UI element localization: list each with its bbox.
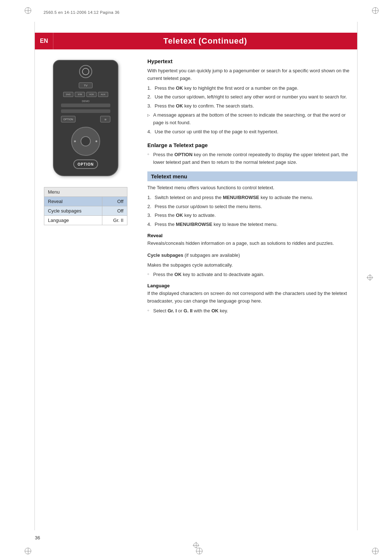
- page-title: Teletext (Continued): [53, 36, 357, 46]
- tv-label: TV: [84, 84, 87, 87]
- right-column: Hypertext With hypertext you can quickly…: [136, 56, 357, 526]
- slider-row-2: [61, 109, 110, 113]
- teletext-menu-steps: 1. Switch teletext on and press the MENU…: [147, 194, 357, 228]
- border-right: [357, 22, 358, 530]
- menu-reveal-label: Reveal: [44, 197, 102, 206]
- reveal-text: Reveals/conceals hidden information on a…: [147, 240, 357, 247]
- menu-reveal-value: Off: [102, 197, 127, 206]
- stb-button: STB: [75, 92, 85, 97]
- list-item: Press the OPTION key on the remote contr…: [147, 151, 357, 166]
- aux-button: AUX: [98, 92, 108, 97]
- menu-language-value: Gr. II: [102, 216, 127, 225]
- teletext-menu-table: Menu Reveal Off Cycle subpages Off Langu…: [44, 187, 127, 225]
- option-row: OPTION ⊞: [61, 116, 110, 122]
- menu-cycle-label: Cycle subpages: [44, 206, 102, 216]
- vcr-button: VCR: [86, 92, 97, 97]
- list-item: 4. Press the MENU/BROWSE key to leave th…: [147, 221, 357, 228]
- cycle-subpages-title: Cycle subpages (if subpages are availabl…: [147, 252, 357, 259]
- hypertext-steps: 1. Press the OK key to highlight the fir…: [147, 85, 357, 136]
- menu-language-label: Language: [44, 216, 102, 225]
- option-circle-button: OPTION: [73, 159, 98, 169]
- meta-line: 2560.5 en 14-11-2006 14:12 Pagina 36: [44, 10, 119, 15]
- hypertext-title: Hypertext: [147, 58, 357, 64]
- enlarge-list: Press the OPTION key on the remote contr…: [147, 151, 357, 166]
- list-item: 3. Press the OK key to confirm. The sear…: [147, 102, 357, 110]
- list-item: ▷ A message appears at the bottom of the…: [147, 112, 357, 127]
- list-item: Press the OK key to activate and to deac…: [147, 271, 357, 279]
- dvd-button: DVD: [63, 92, 73, 97]
- list-item: 1. Press the OK key to highlight the fir…: [147, 85, 357, 92]
- cycle-subpages-list: Press the OK key to activate and to deac…: [147, 271, 357, 279]
- language-list: Select Gr. I or G. II with the OK key.: [147, 307, 357, 315]
- source-buttons: DVD STB VCR AUX: [63, 92, 108, 97]
- language-title: Language: [147, 283, 357, 288]
- list-item: Select Gr. I or G. II with the OK key.: [147, 307, 357, 315]
- language-text: If the displayed characters on screen do…: [147, 290, 357, 305]
- slider-row-1: [61, 104, 110, 107]
- enlarge-title: Enlarge a Teletext page: [147, 142, 357, 148]
- teletext-menu-title: Teletext menu: [147, 171, 357, 181]
- power-button: [79, 65, 92, 78]
- cycle-subpages-text: Makes the subpages cycle automatically.: [147, 262, 357, 269]
- tv-button: TV: [79, 82, 93, 88]
- page-number: 36: [35, 535, 40, 540]
- teletext-menu-intro: The Teletext menu offers various functio…: [147, 184, 357, 192]
- remote-control-image: TV DVD STB VCR AUX DEMO: [53, 60, 118, 176]
- list-item: 1. Switch teletext on and press the MENU…: [147, 194, 357, 202]
- hypertext-intro: With hypertext you can quickly jump to a…: [147, 67, 357, 82]
- language-label: EN: [35, 33, 53, 49]
- reveal-title: Reveal: [147, 233, 357, 238]
- small-button: ⊞: [100, 116, 110, 122]
- navigation-ring: [71, 127, 100, 156]
- list-item: 4. Use the cursor up until the top of th…: [147, 128, 357, 136]
- menu-table-header: Menu: [44, 187, 127, 197]
- page-header-banner: EN Teletext (Continued): [35, 33, 357, 49]
- left-column: TV DVD STB VCR AUX DEMO: [35, 56, 136, 526]
- list-item: 3. Press the OK key to activate.: [147, 212, 357, 219]
- option-button-small: OPTION: [61, 116, 75, 122]
- option-circle-label: OPTION: [78, 162, 94, 166]
- list-item: 2. Use the cursor up/down, left/right to…: [147, 93, 357, 101]
- demo-label: DEMO: [82, 100, 90, 102]
- menu-cycle-value: Off: [102, 206, 127, 216]
- list-item: 2. Press the cursor up/down to select th…: [147, 203, 357, 211]
- content-area: TV DVD STB VCR AUX DEMO: [35, 56, 357, 526]
